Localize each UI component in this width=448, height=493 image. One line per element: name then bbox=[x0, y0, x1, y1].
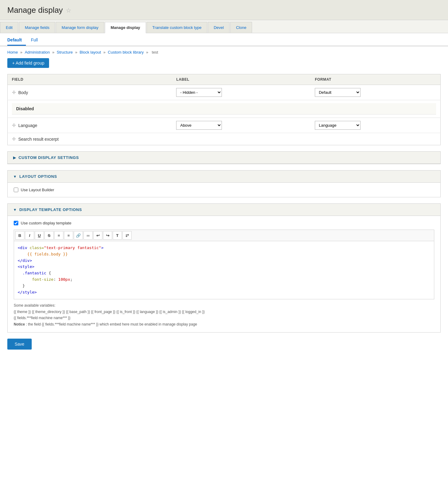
body-format-select[interactable]: Default Plain text Trimmed bbox=[315, 88, 361, 97]
vars-line2: {{ fields.***field machine name*** }} bbox=[14, 315, 434, 321]
use-custom-template-row: Use custom display template bbox=[14, 221, 434, 225]
breadcrumb: Home » Administration » Structure » Bloc… bbox=[0, 46, 448, 58]
sec-tab-full[interactable]: Full bbox=[31, 35, 42, 46]
code-editor[interactable]: <div class="text-primary fantastic"> {{ … bbox=[14, 241, 434, 299]
display-template-options-accordion: ▼ DISPLAY TEMPLATE OPTIONS Use custom di… bbox=[7, 203, 441, 333]
custom-display-settings-header[interactable]: ▶ CUSTOM DISPLAY SETTINGS bbox=[8, 152, 440, 164]
breadcrumb-structure[interactable]: Structure bbox=[57, 50, 73, 55]
drag-handle-language[interactable]: ✛ bbox=[12, 122, 16, 128]
toolbar-link[interactable]: 🔗 bbox=[74, 231, 83, 240]
col-header-field: FIELD bbox=[8, 74, 172, 85]
layout-arrow: ▼ bbox=[13, 174, 17, 179]
field-body-cell: ✛ Body bbox=[12, 90, 168, 95]
tab-manage-fields[interactable]: Manage fields bbox=[19, 22, 55, 33]
toolbar-text[interactable]: T bbox=[113, 231, 122, 240]
breadcrumb-test: test bbox=[152, 50, 158, 55]
toolbar-underline[interactable]: U bbox=[35, 231, 44, 240]
layout-options-header[interactable]: ▼ LAYOUT OPTIONS bbox=[8, 171, 440, 183]
field-language-cell: ✛ Language bbox=[12, 122, 168, 128]
use-layout-builder-checkbox[interactable] bbox=[14, 188, 18, 192]
tab-edit[interactable]: Edit bbox=[0, 22, 18, 33]
layout-options-accordion: ▼ LAYOUT OPTIONS Use Layout Builder bbox=[7, 170, 441, 197]
toolbar-bold[interactable]: B bbox=[15, 231, 24, 240]
use-layout-builder-label: Use Layout Builder bbox=[21, 188, 54, 192]
display-template-arrow: ▼ bbox=[13, 208, 17, 212]
notice-label: Notice bbox=[14, 322, 25, 326]
vars-notice: Notice : the field {{ fields.***field ma… bbox=[14, 321, 434, 327]
toolbar-italic[interactable]: I bbox=[25, 231, 34, 240]
col-header-format: FORMAT bbox=[311, 74, 440, 85]
toolbar-undo[interactable]: ↩ bbox=[93, 231, 102, 240]
vars-label: Some available variables: bbox=[14, 302, 434, 308]
field-body-label: Body bbox=[18, 90, 28, 95]
page-header: Manage display ☆ bbox=[0, 0, 448, 20]
display-template-options-label: DISPLAY TEMPLATE OPTIONS bbox=[20, 207, 82, 212]
drag-handle-body[interactable]: ✛ bbox=[12, 90, 16, 95]
toolbar-fullscreen[interactable]: ⥂ bbox=[123, 231, 132, 240]
table-row: ✛ Language Above Inline Hidden Visually … bbox=[8, 118, 441, 133]
toolbar-unordered-list[interactable]: ≡ bbox=[64, 231, 73, 240]
breadcrumb-home[interactable]: Home bbox=[7, 50, 18, 55]
secondary-tabs: Default Full bbox=[0, 35, 448, 46]
page-title: Manage display ☆ bbox=[7, 5, 441, 15]
title-text: Manage display bbox=[7, 5, 63, 15]
toolbar-redo[interactable]: ↪ bbox=[103, 231, 112, 240]
custom-display-label: CUSTOM DISPLAY SETTINGS bbox=[19, 155, 79, 160]
layout-options-body: Use Layout Builder bbox=[8, 183, 440, 197]
disabled-section-row: Disabled bbox=[8, 100, 441, 118]
breadcrumb-administration[interactable]: Administration bbox=[25, 50, 50, 55]
vars-section: Some available variables: {{ theme }} {{… bbox=[14, 302, 434, 327]
display-template-options-body: Use custom display template B I U S ≡ ≡ … bbox=[8, 216, 440, 332]
tab-translate[interactable]: Translate custom block type bbox=[147, 22, 207, 33]
breadcrumb-block-layout[interactable]: Block layout bbox=[80, 50, 101, 55]
breadcrumb-custom-block-library[interactable]: Custom block library bbox=[108, 50, 144, 55]
table-row: ✛ Body - Hidden - Above Inline Hidden Vi… bbox=[8, 85, 441, 100]
sec-tab-default[interactable]: Default bbox=[7, 35, 26, 46]
toolbar-horizontal-rule[interactable]: ═ bbox=[84, 231, 93, 240]
custom-display-settings-accordion: ▶ CUSTOM DISPLAY SETTINGS bbox=[7, 151, 441, 164]
toolbar-ordered-list[interactable]: ≡ bbox=[54, 231, 63, 240]
vars-line1: {{ theme }} {{ theme_directory }} {{ bas… bbox=[14, 309, 434, 315]
field-language-label: Language bbox=[18, 123, 37, 128]
custom-display-arrow: ▶ bbox=[13, 156, 16, 160]
field-search-result-label: Search result excerpt bbox=[18, 137, 59, 142]
drag-handle-search-result[interactable]: ✛ bbox=[12, 136, 16, 142]
primary-tabs: Edit Manage fields Manage form display M… bbox=[0, 20, 448, 33]
layout-options-label: LAYOUT OPTIONS bbox=[20, 174, 57, 179]
tab-manage-display[interactable]: Manage display bbox=[105, 22, 146, 33]
use-custom-template-checkbox[interactable] bbox=[14, 221, 18, 225]
tab-devel[interactable]: Devel bbox=[208, 22, 229, 33]
notice-text: : the field {{ fields.***field machine n… bbox=[26, 322, 197, 326]
save-button[interactable]: Save bbox=[7, 339, 32, 350]
fields-table: FIELD LABEL FORMAT ✛ Body - Hidden - Abo… bbox=[7, 74, 441, 145]
add-field-group-button[interactable]: + Add field group bbox=[7, 58, 49, 68]
body-label-select[interactable]: - Hidden - Above Inline Hidden Visually … bbox=[176, 88, 222, 97]
tab-clone[interactable]: Clone bbox=[230, 22, 252, 33]
tab-manage-form-display[interactable]: Manage form display bbox=[56, 22, 104, 33]
table-row: ✛ Search result excerpt bbox=[8, 133, 441, 145]
language-label-select[interactable]: Above Inline Hidden Visually Hidden bbox=[176, 121, 222, 130]
language-format-select[interactable]: Language Default bbox=[315, 121, 361, 130]
disabled-label: Disabled bbox=[12, 103, 436, 114]
use-custom-template-label: Use custom display template bbox=[21, 221, 71, 225]
toolbar-strikethrough[interactable]: S bbox=[44, 231, 54, 240]
display-template-options-header[interactable]: ▼ DISPLAY TEMPLATE OPTIONS bbox=[8, 204, 440, 216]
col-header-label: LABEL bbox=[172, 74, 311, 85]
use-layout-builder-row: Use Layout Builder bbox=[14, 188, 434, 192]
star-icon[interactable]: ☆ bbox=[66, 7, 71, 14]
editor-toolbar: B I U S ≡ ≡ 🔗 ═ ↩ ↪ T ⥂ bbox=[14, 230, 434, 241]
field-search-result-cell: ✛ Search result excerpt bbox=[12, 136, 168, 142]
content-area: + Add field group FIELD LABEL FORMAT ✛ B… bbox=[0, 58, 448, 357]
